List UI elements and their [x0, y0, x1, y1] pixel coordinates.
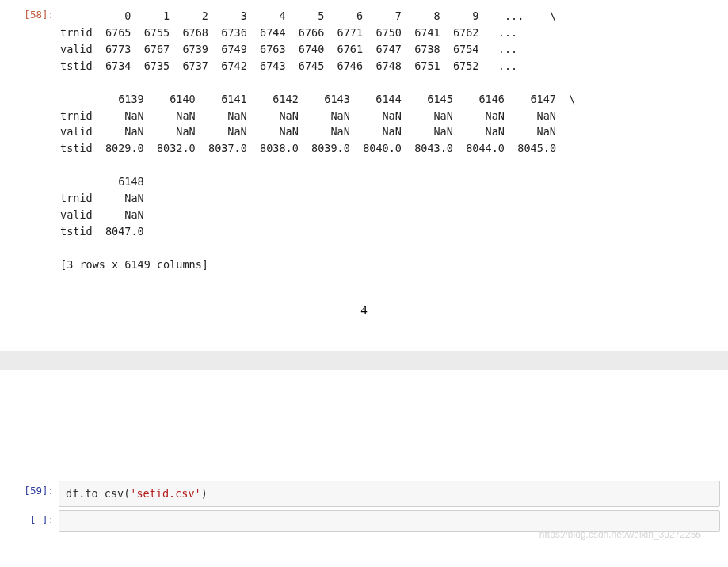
code-input-59[interactable]: df.to_csv('setid.csv')	[59, 481, 720, 507]
input-cell-blank: [ ]:	[0, 510, 728, 532]
input-prompt-blank: [ ]:	[8, 510, 59, 532]
output-prompt-58: [58]:	[8, 5, 59, 276]
input-cell-59: [59]: df.to_csv('setid.csv')	[0, 481, 728, 507]
output-cell-58: [58]: 0 1 2 3 4 5 6 7 8 9 ... \ trnid 67…	[0, 5, 728, 276]
output-58-text: 0 1 2 3 4 5 6 7 8 9 ... \ trnid 6765 675…	[59, 5, 720, 276]
input-prompt-59: [59]:	[8, 481, 59, 507]
code-input-blank[interactable]	[59, 510, 720, 532]
page-number: 4	[0, 276, 728, 351]
page-separator	[0, 351, 728, 370]
